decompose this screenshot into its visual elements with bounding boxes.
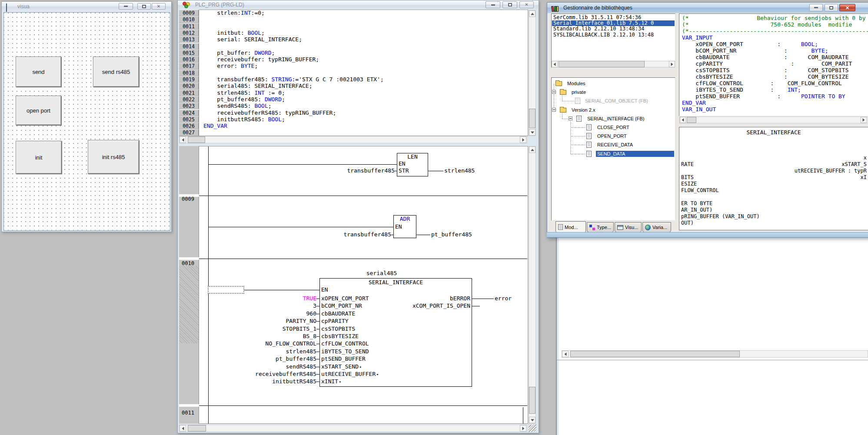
expander-icon[interactable] (569, 116, 572, 120)
maximize-button[interactable] (825, 4, 838, 11)
scroll-left-icon[interactable] (562, 351, 569, 357)
network-label-0010[interactable]: 0010 (180, 260, 194, 266)
tab-mod[interactable]: Mod... (555, 221, 586, 233)
scroll-down-icon[interactable] (529, 417, 535, 423)
visu-button-init[interactable]: init (16, 141, 62, 174)
network-label-0011[interactable]: 0011 (180, 410, 194, 416)
declaration-text[interactable]: transbuffer485: STRING:='STX G C 7 :0021… (203, 76, 384, 83)
library-list[interactable]: SerComm.lib 31.5.11 07:54:36Serial_Inter… (551, 13, 675, 68)
visu-button-open-port[interactable]: open port (16, 96, 61, 125)
operand-error[interactable]: error (495, 296, 512, 302)
tree-item-close-port[interactable]: CLOSE_PORT (552, 123, 675, 132)
operand-no-flow-control[interactable]: NO_FLOW_CONTROL (208, 341, 316, 347)
instance-name[interactable]: serial485 (347, 270, 416, 276)
operand-transbuffer485[interactable]: transbuffer485 (304, 168, 395, 174)
declaration-text[interactable]: receivebufferRS485: typRING_BUFFER; (203, 110, 336, 116)
declaration-text[interactable]: initbuttRS485: BOOL; (203, 116, 285, 123)
scroll-right-icon[interactable] (520, 425, 526, 432)
scroll-left-icon[interactable] (680, 117, 686, 123)
operand-receivebufferrs485[interactable]: receivebufferRS485 (208, 371, 316, 377)
operand-initbuttrs485[interactable]: initbuttRS485 (208, 379, 316, 385)
library-item-standard-lib[interactable]: Standard.lib 2.12.10 13:48:34 (552, 26, 675, 32)
maximize-button[interactable] (502, 1, 517, 8)
declaration-text[interactable]: END_VAR (203, 123, 227, 129)
scroll-right-icon[interactable] (520, 136, 526, 143)
tree-item-private[interactable]: private (552, 88, 675, 96)
minimize-button[interactable] (119, 3, 133, 10)
declaration-text[interactable]: serial: SERIAL_INTERFACE; (203, 36, 302, 43)
minimize-button[interactable] (809, 4, 823, 11)
declaration-text[interactable]: error: BYTE; (203, 63, 258, 69)
scroll-right-icon[interactable] (861, 117, 867, 123)
scroll-left-icon[interactable] (180, 136, 186, 143)
close-button[interactable]: ✕ (839, 4, 855, 11)
empty-contact[interactable] (208, 286, 244, 294)
operand-bs-8[interactable]: BS_8 (208, 333, 316, 339)
library-item-serial-interface-01-lib[interactable]: Serial_Interface_01.lib 7.5.12 0 (552, 20, 675, 26)
declaration-text[interactable]: initbut: BOOL; (203, 30, 265, 36)
tab-type[interactable]: Type... (587, 222, 614, 232)
resize-grip[interactable] (529, 425, 536, 432)
declaration-text[interactable]: sendRS485: BOOL; (203, 103, 272, 109)
scrollbar-thumb[interactable] (559, 61, 645, 67)
declaration-text[interactable]: pt_buffer485: DWORD; (203, 96, 285, 103)
expander-icon[interactable] (552, 90, 556, 94)
minimize-button[interactable] (486, 1, 500, 8)
operand-sendrs485[interactable]: sendRS485 (208, 364, 316, 370)
operand-transbuffer485[interactable]: transbuffer485 (300, 232, 391, 238)
close-button[interactable]: ✕ (519, 1, 534, 8)
scrollbar-thumb[interactable] (529, 387, 535, 414)
operand-parity-no[interactable]: PARITY_NO (208, 318, 316, 324)
close-button[interactable]: ✕ (152, 3, 166, 10)
scrollbar-thumb[interactable] (529, 109, 535, 128)
operand-pt-buffer485[interactable]: pt_buffer485 (208, 356, 316, 362)
scroll-left-icon[interactable] (552, 61, 558, 67)
tree-item-serial-com-object-fb[interactable]: SERIAL_COM_OBJECT (FB) (552, 96, 675, 105)
modules-tree[interactable]: ModulesprivateSERIAL_COM_OBJECT (FB)Vers… (551, 77, 675, 221)
tree-label[interactable]: private (570, 89, 587, 95)
operand-pt_buffer485[interactable]: pt_buffer485 (431, 232, 472, 238)
interface-pane[interactable]: SERIAL_INTERFACE xRATExSTART_SutRECEIVE_… (679, 127, 868, 230)
visu-button-send[interactable]: send (16, 56, 61, 87)
scroll-down-icon[interactable] (529, 129, 535, 136)
maximize-button[interactable] (137, 3, 151, 10)
operand-true[interactable]: TRUE (208, 296, 316, 302)
visu-button-init-rs485[interactable]: init rs485 (88, 140, 139, 174)
scroll-up-icon[interactable] (529, 10, 535, 17)
declaration-hscrollbar[interactable] (179, 136, 527, 143)
declaration-text[interactable]: pt_buffer: DWORD; (203, 50, 275, 56)
operand-960[interactable]: 960 (208, 311, 316, 317)
scrollbar-thumb[interactable] (188, 425, 206, 432)
declaration-text[interactable]: receivebuffer: typRING_BUFFER; (203, 56, 319, 63)
tree-item-receive-data[interactable]: RECEIVE_DATA (552, 140, 675, 149)
tree-item-modules[interactable]: Modules (552, 79, 675, 88)
tree-label[interactable]: SEND_DATA (596, 151, 674, 157)
visualization-canvas[interactable]: sendsend rs485open portinitinit rs485 (3, 12, 170, 231)
scrollbar-thumb[interactable] (570, 351, 740, 357)
scroll-right-icon[interactable] (669, 61, 675, 67)
declaration-text[interactable]: strlen485: INT := 0; (203, 90, 285, 96)
declaration-text[interactable]: serial485: SERIAL_INTERFACE; (203, 83, 312, 89)
tree-label[interactable]: Version 2.x (570, 107, 596, 113)
scroll-left-icon[interactable] (180, 425, 186, 432)
tab-visu[interactable]: Visu... (615, 222, 642, 232)
tree-label[interactable]: CLOSE_PORT (596, 124, 631, 130)
ladder-hscrollbar[interactable] (179, 425, 527, 432)
declaration-text[interactable]: strlen:INT:=0; (203, 10, 265, 16)
tree-item-version-2-x[interactable]: Version 2.x (552, 106, 675, 114)
scrollbar-thumb[interactable] (687, 117, 696, 123)
code-hscrollbar[interactable] (679, 116, 868, 123)
visu-button-send-rs485[interactable]: send rs485 (93, 56, 139, 87)
library-item-syslibcallback-lib[interactable]: SYSLIBCALLBACK.LIB 2.12.10 13:48 (552, 32, 675, 38)
tree-label[interactable]: RECEIVE_DATA (596, 142, 634, 148)
tree-label[interactable]: OPEN_PORT (596, 133, 628, 139)
operand-stopbits-1[interactable]: STOPBITS_1 (208, 326, 316, 332)
expander-icon[interactable] (552, 108, 556, 112)
operand-strlen485[interactable]: strlen485 (208, 349, 316, 355)
tree-item-serial-interface-fb[interactable]: SERIAL_INTERFACE (FB) (552, 114, 675, 123)
operand-3[interactable]: 3 (208, 303, 316, 309)
tree-label[interactable]: SERIAL_COM_OBJECT (FB) (584, 98, 649, 104)
tree-item-send-data[interactable]: SEND_DATA (552, 149, 675, 158)
scroll-up-icon[interactable] (529, 146, 535, 153)
declaration-code-pane[interactable]: (* Behaviour for sendjobs with 0 by(* 75… (679, 13, 868, 116)
